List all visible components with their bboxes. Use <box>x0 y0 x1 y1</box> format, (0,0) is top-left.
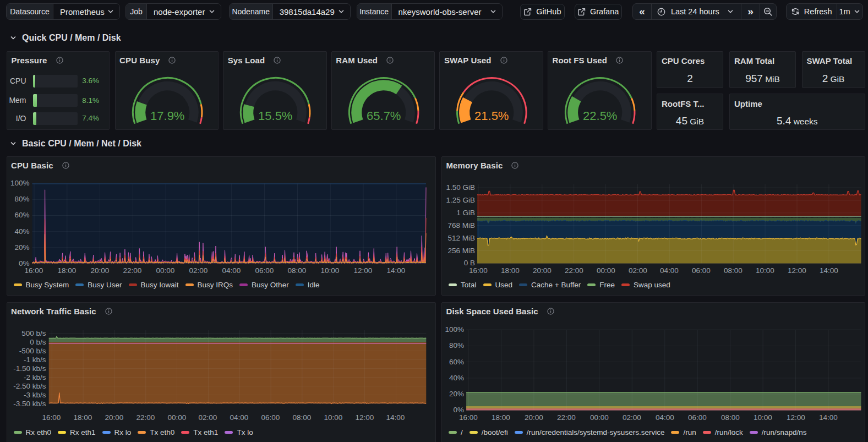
svg-text:65.7%: 65.7% <box>367 108 401 122</box>
svg-text:22.5%: 22.5% <box>583 108 617 122</box>
svg-text:21.5%: 21.5% <box>474 108 509 122</box>
svg-text:15.5%: 15.5% <box>258 108 292 122</box>
svg-text:17.9%: 17.9% <box>150 108 184 122</box>
